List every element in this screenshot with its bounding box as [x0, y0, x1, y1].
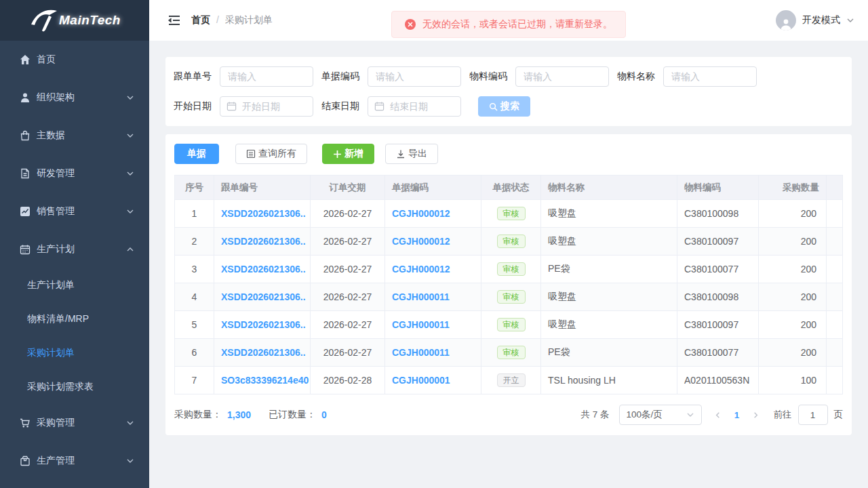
cell-material-code: C380100097	[677, 228, 759, 256]
export-button[interactable]: 导出	[385, 144, 438, 164]
breadcrumb-home[interactable]: 首页	[191, 14, 210, 25]
sidebar-item-home[interactable]: 首页	[0, 41, 149, 79]
sidebar-subitem-production-plan-order[interactable]: 生产计划单	[0, 268, 149, 302]
page-number-1[interactable]: 1	[728, 410, 747, 420]
table-row: 2 XSDD2026021306.. 2026-02-27 CGJH000012…	[175, 228, 843, 256]
prev-page-button[interactable]	[709, 405, 728, 425]
cell-status: 审核	[481, 283, 541, 311]
page-unit-label: 页	[834, 409, 844, 421]
cell-qty: 200	[759, 339, 827, 367]
order-no-link[interactable]: XSDD2026021306..	[214, 200, 311, 228]
doc-no-link[interactable]: CGJH000011	[385, 339, 481, 367]
tracking-no-input[interactable]	[220, 66, 313, 87]
end-date-input[interactable]	[368, 96, 461, 117]
error-circle-icon	[405, 19, 416, 30]
sidebar-item-manufacturing[interactable]: 生产管理	[0, 442, 149, 480]
breadcrumb-separator: /	[216, 14, 219, 25]
material-code-input[interactable]	[515, 66, 609, 87]
table-row: 7 SO3c833396214e40 2026-02-28 CGJH000001…	[175, 367, 843, 394]
cell-material-code: A0201100563N	[677, 367, 759, 394]
cell-index: 3	[175, 256, 214, 283]
doc-no-link[interactable]: CGJH000011	[385, 311, 481, 339]
col-header-material: 物料名称	[541, 176, 677, 200]
cell-index: 2	[175, 228, 214, 256]
cell-delivery: 2026-02-27	[311, 283, 385, 311]
cell-status: 审核	[481, 256, 541, 283]
document-icon	[19, 168, 31, 180]
sidebar-subitem-purchase-plan-order[interactable]: 采购计划单	[0, 336, 149, 370]
page-size-select[interactable]: 100条/页	[619, 405, 702, 425]
cell-index: 4	[175, 283, 214, 311]
table-footer: 采购数量： 1,300 已订数量： 0 共 7 条 100条/页	[174, 404, 843, 426]
sidebar-subitem-purchase-plan-demand[interactable]: 采购计划需求表	[0, 370, 149, 404]
filter-tracking-no: 跟单单号	[174, 66, 313, 87]
cart-icon	[19, 418, 31, 429]
sidebar-subitem-bom-mrp[interactable]: 物料清单/MRP	[0, 302, 149, 336]
doc-no-link[interactable]: CGJH000012	[385, 256, 481, 283]
cell-material-code: C380100098	[677, 200, 759, 228]
order-no-link[interactable]: XSDD2026021306..	[214, 283, 311, 311]
col-header-order-no: 跟单编号	[214, 176, 311, 200]
sidebar-item-label: 采购管理	[37, 417, 126, 429]
doc-no-link[interactable]: CGJH000001	[385, 367, 481, 394]
list-icon	[246, 149, 256, 159]
col-header-extra	[827, 176, 843, 200]
chevron-left-icon	[714, 411, 722, 419]
table-row: 4 XSDD2026021306.. 2026-02-27 CGJH000011…	[175, 283, 843, 311]
order-no-link[interactable]: XSDD2026021306..	[214, 256, 311, 283]
cell-material: 吸塑盘	[541, 283, 677, 311]
sidebar-item-rnd[interactable]: 研发管理	[0, 155, 149, 192]
chevron-down-icon	[126, 457, 134, 465]
cell-delivery: 2026-02-27	[311, 200, 385, 228]
chevron-down-icon	[846, 16, 854, 24]
add-button[interactable]: 新增	[322, 144, 374, 164]
doc-no-link[interactable]: CGJH000012	[385, 228, 481, 256]
order-no-link[interactable]: SO3c833396214e40	[214, 367, 311, 394]
sidebar-item-masterdata[interactable]: 主数据	[0, 117, 149, 155]
cell-status: 开立	[481, 367, 541, 394]
cell-status: 审核	[481, 339, 541, 367]
doc-code-input[interactable]	[368, 66, 461, 87]
sidebar-item-sales[interactable]: 销售管理	[0, 192, 149, 230]
cell-delivery: 2026-02-27	[311, 228, 385, 256]
search-button[interactable]: 搜索	[478, 96, 530, 117]
material-name-input[interactable]	[663, 66, 757, 87]
status-badge: 审核	[497, 346, 526, 359]
order-no-link[interactable]: XSDD2026021306..	[214, 228, 311, 256]
sidebar-item-purchasing[interactable]: 采购管理	[0, 404, 149, 442]
user-menu[interactable]: 开发模式	[776, 10, 854, 30]
ordered-qty-value: 0	[321, 409, 327, 420]
goto-page-input[interactable]	[798, 405, 828, 425]
query-all-button[interactable]: 查询所有	[235, 144, 307, 164]
pagination: 共 7 条 100条/页 1	[580, 405, 843, 425]
goto-label: 前往	[774, 409, 792, 421]
cell-qty: 200	[759, 256, 827, 283]
sidebar-item-org[interactable]: 组织架构	[0, 79, 149, 117]
col-header-qty: 采购数量	[759, 176, 827, 200]
logo-text: MainTech	[59, 13, 121, 28]
doc-no-link[interactable]: CGJH000011	[385, 283, 481, 311]
filter-label: 物料名称	[617, 70, 655, 83]
next-page-button[interactable]	[747, 405, 766, 425]
start-date-input[interactable]	[220, 96, 313, 117]
download-icon	[396, 149, 406, 159]
filter-label: 结束日期	[321, 100, 359, 113]
table-panel: 单据 查询所有 新增 导出	[165, 134, 852, 435]
cell-qty: 200	[759, 228, 827, 256]
order-no-link[interactable]: XSDD2026021306..	[214, 339, 311, 367]
order-no-link[interactable]: XSDD2026021306..	[214, 311, 311, 339]
col-header-material-code: 物料编码	[677, 176, 759, 200]
sidebar-item-production-plan[interactable]: 生产计划	[0, 230, 149, 268]
menu-fold-icon[interactable]	[167, 13, 182, 28]
doc-no-link[interactable]: CGJH000012	[385, 200, 481, 228]
document-button[interactable]: 单据	[174, 144, 219, 164]
sidebar-item-label: 组织架构	[37, 92, 126, 104]
logo-swoosh-icon	[28, 7, 58, 33]
cell-qty: 100	[759, 367, 827, 394]
sidebar-subitem-label: 采购计划需求表	[27, 381, 94, 393]
error-toast: 无效的会话，或者会话已过期，请重新登录。	[391, 11, 626, 38]
search-icon	[489, 102, 498, 111]
status-badge: 审核	[497, 318, 526, 331]
cell-status: 审核	[481, 200, 541, 228]
chart-icon	[19, 206, 31, 218]
